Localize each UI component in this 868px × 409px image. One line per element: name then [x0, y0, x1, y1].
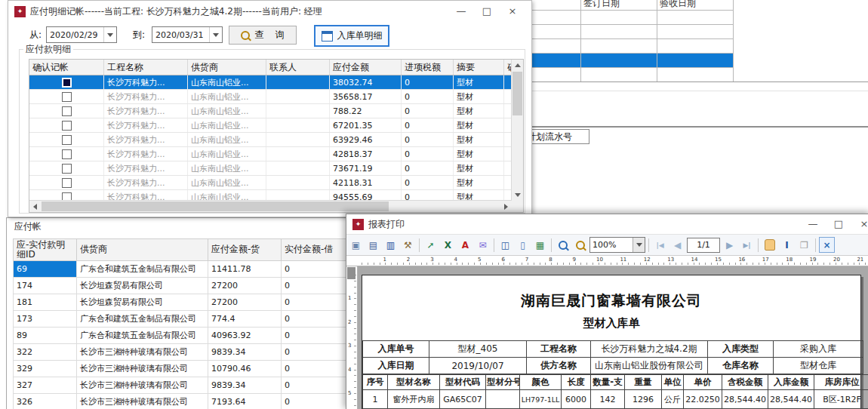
prev-page-button[interactable]: ◀	[669, 237, 685, 253]
maximize-button[interactable]: □	[826, 214, 851, 234]
zoom-select[interactable]: 100%	[589, 237, 645, 253]
to-date-select[interactable]: 2020/03/31	[152, 26, 223, 43]
minimize-button[interactable]: —	[448, 2, 474, 21]
scrollbar-thumb[interactable]	[347, 267, 356, 279]
cell-confirm[interactable]	[29, 147, 104, 161]
table-row[interactable]: 69广东合和建筑五金制品有限公司11411.7800	[14, 261, 349, 278]
print-icon[interactable]: ▤	[365, 237, 381, 253]
cell-confirm[interactable]	[29, 90, 104, 104]
table-row[interactable]: 327长沙市三湘特种玻璃有限公司9839.3400	[14, 377, 349, 394]
cell-confirm[interactable]	[29, 118, 104, 133]
confirm-checkbox[interactable]	[62, 106, 72, 116]
table-row[interactable]: 长沙万科魅力...山东南山铝业...42818.370型材275	[29, 147, 512, 161]
table-row[interactable]: 326长沙市三湘特种玻璃有限公司7193.6400	[14, 394, 349, 409]
cell-confirm[interactable]	[29, 75, 104, 90]
column-header[interactable]: 进项税额	[402, 60, 454, 75]
cell-amount: 38032.74	[330, 75, 402, 90]
copy-icon[interactable]: ❐	[796, 237, 812, 253]
column-header[interactable]: 应付金额-货	[208, 239, 282, 261]
scrollbar-thumb[interactable]	[42, 201, 389, 211]
table-row[interactable]: 329长沙市三湘特种玻璃有限公司10790.4600	[14, 361, 349, 377]
print-preview-area[interactable]: 123456 湖南巨晟门窗幕墙有限公司 型材入库单 入库单号型材_405工程名称…	[346, 266, 868, 409]
minimize-button[interactable]: —	[800, 214, 826, 234]
confirm-checkbox[interactable]	[62, 135, 72, 145]
zoom-in-icon[interactable]	[555, 237, 571, 253]
maximize-button[interactable]: □	[474, 2, 500, 21]
column-header[interactable]: 确认记帐	[29, 60, 104, 75]
confirm-checkbox[interactable]	[62, 121, 72, 131]
titlebar: ✦ 报表打印 — □ ×	[346, 214, 868, 235]
column-header[interactable]: 应付金额	[330, 60, 402, 75]
confirm-checkbox[interactable]	[62, 178, 72, 188]
cell-confirm[interactable]	[29, 190, 104, 201]
confirm-checkbox[interactable]	[62, 164, 72, 174]
inbound-detail-button[interactable]: 入库单明细	[314, 25, 389, 47]
table-row[interactable]: 322长沙市三湘特种玻璃有限公司9839.3400	[14, 344, 349, 361]
close-button[interactable]: ×	[851, 214, 868, 234]
column-header[interactable]: 摘要	[454, 60, 504, 75]
cell	[581, 25, 657, 39]
table-row[interactable]: 长沙万科魅力...山东南山铝业...73671.190型材266	[29, 161, 512, 176]
close-button[interactable]: ×	[500, 2, 525, 21]
mail-export-icon[interactable]: ✉	[475, 237, 491, 253]
multi-page-icon[interactable]: ▦	[532, 237, 548, 253]
vertical-scrollbar[interactable]	[511, 60, 523, 201]
column-header[interactable]: 工程名称	[104, 60, 188, 75]
scroll-right-button[interactable]	[500, 201, 512, 212]
cell-payable: 40963.92	[208, 328, 282, 344]
cell-confirm[interactable]	[29, 176, 104, 190]
table-row[interactable]: 长沙万科魅力...山东南山铝业...63929.460型材276	[29, 133, 512, 147]
hand-tool-icon[interactable]	[762, 237, 777, 253]
book-icon[interactable]: ▥	[383, 237, 399, 253]
export-icon[interactable]: ➚	[423, 237, 439, 253]
column-header[interactable]: 应-实付款明 细ID	[14, 239, 77, 261]
table-row[interactable]: 长沙万科魅力...山东南山铝业...788.220型材358	[29, 104, 512, 118]
zoom-out-icon[interactable]	[572, 237, 588, 253]
cell-payable: 9839.34	[208, 344, 282, 361]
from-date-select[interactable]: 2020/02/29	[46, 26, 117, 43]
cell-payable: 10790.46	[208, 361, 282, 377]
table-row[interactable]: 长沙万科魅力...山东南山铝业...35658.170型材376	[29, 90, 512, 104]
first-page-button[interactable]: |◀	[652, 237, 668, 253]
page-indicator[interactable]: 1/1	[687, 238, 720, 253]
close-preview-button[interactable]: ×	[819, 237, 835, 253]
table-row[interactable]: 181长沙坦森贸易有限公司2720000	[14, 294, 349, 311]
column-header[interactable]: 验收日期	[657, 0, 734, 11]
scroll-left-button[interactable]	[29, 201, 41, 212]
query-button[interactable]: 查 询	[229, 26, 297, 45]
cell-confirm[interactable]	[29, 133, 104, 147]
table-row[interactable]: 173广东合和建筑五金制品有限公司774.400	[14, 311, 349, 328]
excel-export-icon[interactable]: X	[440, 237, 456, 253]
horizontal-scrollbar[interactable]	[29, 200, 512, 212]
column-header[interactable]: 实付金额-借	[282, 239, 349, 261]
column-header[interactable]: 供货商	[188, 60, 266, 75]
save-icon[interactable]: ◫	[497, 237, 513, 253]
scrollbar-thumb[interactable]	[512, 72, 522, 115]
table-row[interactable]: 长沙万科魅力...山东南山铝业...38032.740型材405	[29, 75, 512, 90]
table-row[interactable]: 长沙万科魅力...山东南山铝业...94555.690型材251	[29, 190, 512, 201]
confirm-checkbox[interactable]	[62, 78, 72, 88]
column-header[interactable]: 联系人	[266, 60, 330, 75]
tools-icon[interactable]: ⚒	[400, 237, 416, 253]
table-row[interactable]: 长沙万科魅力...山东南山铝业...42118.310型材265	[29, 176, 512, 190]
table-row[interactable]: 174长沙坦森贸易有限公司2720000	[14, 278, 349, 294]
cell-confirm[interactable]	[29, 104, 104, 118]
table-row[interactable]: 89广东合和建筑五金制品有限公司40963.9200	[14, 328, 349, 344]
scroll-down-button[interactable]	[512, 189, 523, 201]
column-header: 库房库位	[814, 375, 868, 390]
confirm-checkbox[interactable]	[62, 92, 72, 102]
column-header[interactable]: 签订日期	[581, 0, 657, 11]
column-header[interactable]: 供货商	[77, 239, 208, 261]
text-select-icon[interactable]: I	[779, 237, 795, 253]
last-page-button[interactable]: ▶|	[739, 237, 755, 253]
page-setup-icon[interactable]: ▯	[515, 237, 531, 253]
table-row[interactable]: 长沙万科魅力...山东南山铝业...67201.350型材283	[29, 118, 512, 133]
scroll-up-button[interactable]	[512, 60, 523, 71]
search-icon	[241, 31, 250, 40]
next-page-button[interactable]: ▶	[722, 237, 737, 253]
plan-serial-field[interactable]: 计划流水号	[525, 129, 589, 144]
properties-icon[interactable]: ▣	[348, 237, 364, 253]
cell-confirm[interactable]	[29, 161, 104, 176]
confirm-checkbox[interactable]	[62, 149, 72, 159]
pdf-export-icon[interactable]: A	[457, 237, 473, 253]
